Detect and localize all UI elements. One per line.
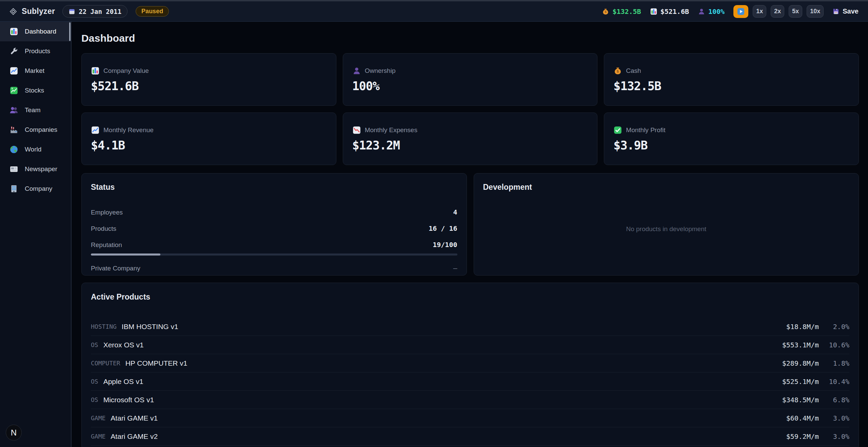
stat-cards-grid: Company Value $521.6B Ownership 100% $ C… (81, 53, 859, 165)
product-row-atari-game-v1[interactable]: GAME Atari GAME v1 $60.4M/m 3.0% (91, 409, 849, 427)
product-category: HOSTING (91, 323, 117, 330)
active-products-panel: Active Products HOSTING IBM HOSTING v1 $… (81, 283, 859, 447)
stat-card-company-value: Company Value $521.6B (81, 53, 336, 106)
time-controls: 1x 2x 5x 10x (733, 5, 824, 18)
stat-card-value: $521.6B (91, 79, 327, 93)
sidebar-scrollbar-thumb[interactable] (69, 22, 71, 41)
speed-5x-button[interactable]: 5x (789, 5, 802, 18)
sidebar: Dashboard Products Market ¥ Stocks Team … (0, 22, 72, 447)
product-category: OS (91, 396, 98, 403)
status-row-value: – (453, 264, 457, 272)
development-panel: Development No products in development (474, 173, 859, 276)
calendar-icon (68, 8, 75, 15)
sidebar-item-products[interactable]: Products (0, 41, 71, 61)
product-category: GAME (91, 414, 105, 422)
reputation-progress-bar (91, 253, 457, 256)
product-name: Atari GAME v1 (111, 414, 158, 422)
development-empty-message: No products in development (483, 192, 850, 266)
sidebar-item-label: World (25, 146, 41, 153)
game-date: 22 Jan 2011 (79, 8, 121, 15)
stat-card-label: Ownership (365, 67, 396, 75)
sidebar-item-icon (9, 184, 18, 193)
game-date-pill: 22 Jan 2011 (62, 5, 127, 18)
stat-card-value: 100% (352, 79, 588, 93)
reputation-progress-fill (91, 253, 160, 256)
product-row-atari-game-v2[interactable]: GAME Atari GAME v2 $59.2M/m 3.0% (91, 427, 849, 446)
product-market-share: 10.4% (819, 378, 849, 386)
sidebar-item-icon (9, 165, 18, 174)
product-revenue: $525.1M/m (761, 378, 819, 386)
sidebar-item-world[interactable]: World (0, 140, 71, 159)
sidebar-item-icon (9, 125, 18, 134)
product-revenue: $59.2M/m (761, 432, 819, 441)
product-market-share: 10.6% (819, 341, 849, 349)
speed-10x-button[interactable]: 10x (807, 5, 824, 18)
sidebar-item-companies[interactable]: Companies (0, 120, 71, 140)
stat-card-icon: $ (613, 66, 622, 75)
topbar-stats: $ $132.5B $521.6B 100% (602, 7, 725, 16)
floppy-disk-icon (832, 8, 840, 15)
product-revenue: $553.1M/m (761, 341, 819, 349)
sidebar-item-label: Stocks (25, 87, 44, 94)
product-row-xerox-os-v1[interactable]: OS Xerox OS v1 $553.1M/m 10.6% (91, 336, 849, 354)
svg-text:$: $ (617, 69, 619, 73)
sidebar-item-stocks[interactable]: ¥ Stocks (0, 81, 71, 100)
product-market-share: 3.0% (819, 414, 849, 422)
status-row-products: Products 16 / 16 (91, 224, 457, 232)
product-name: IBM HOSTING v1 (122, 323, 178, 331)
product-name: Microsoft OS v1 (103, 396, 154, 404)
product-category: OS (91, 378, 98, 385)
topbar-ownership: 100% (698, 7, 725, 16)
product-market-share: 2.0% (819, 323, 849, 331)
avatar[interactable]: N (6, 425, 22, 441)
save-button[interactable]: Save (832, 7, 859, 15)
speed-2x-button[interactable]: 2x (771, 5, 784, 18)
status-row-label: Employees (91, 209, 123, 216)
status-row-label: Reputation (91, 241, 122, 249)
product-name: Xerox OS v1 (103, 341, 144, 349)
stat-card-label: Monthly Profit (626, 126, 665, 134)
money-bag-icon: $ (602, 8, 609, 15)
page-title: Dashboard (81, 33, 859, 44)
play-button[interactable] (733, 5, 748, 18)
app-logo-gem-icon (9, 8, 17, 15)
app-title: Sublyzer (22, 7, 55, 16)
sidebar-item-market[interactable]: Market (0, 61, 71, 81)
status-row-private-company: Private Company – (91, 264, 457, 272)
status-panel: Status Employees 4 Products 16 / 16 Repu… (81, 173, 467, 276)
product-row-microsoft-os-v1[interactable]: OS Microsoft OS v1 $348.5M/m 6.8% (91, 391, 849, 409)
sidebar-item-label: Team (25, 106, 40, 114)
svg-text:$: $ (605, 10, 607, 14)
product-row-hp-computer-v1[interactable]: COMPUTER HP COMPUTER v1 $289.8M/m 1.8% (91, 354, 849, 372)
stat-card-monthly-profit: Monthly Profit $3.9B (604, 113, 859, 165)
sidebar-item-company[interactable]: Company (0, 179, 71, 199)
sidebar-item-dashboard[interactable]: Dashboard (0, 22, 71, 41)
stat-card-icon (91, 66, 100, 75)
sidebar-item-newspaper[interactable]: Newspaper (0, 159, 71, 179)
sidebar-item-label: Dashboard (25, 28, 56, 35)
topbar-cash: $ $132.5B (602, 7, 641, 16)
product-category: COMPUTER (91, 360, 120, 367)
product-name: HP COMPUTER v1 (125, 359, 188, 367)
sidebar-item-icon (9, 145, 18, 154)
stat-card-icon (352, 126, 361, 135)
product-row-ibm-hosting-v1[interactable]: HOSTING IBM HOSTING v1 $18.8M/m 2.0% (91, 318, 849, 336)
sidebar-item-icon: ¥ (9, 86, 18, 95)
stat-card-value: $123.2M (352, 139, 588, 152)
stat-card-icon (91, 126, 100, 135)
product-name: Apple OS v1 (103, 378, 143, 386)
product-row-apple-os-v1[interactable]: OS Apple OS v1 $525.1M/m 10.4% (91, 372, 849, 391)
product-category: GAME (91, 433, 105, 440)
product-revenue: $60.4M/m (761, 414, 819, 422)
sidebar-item-team[interactable]: Team (0, 100, 71, 120)
product-category: OS (91, 341, 98, 348)
avatar-initial: N (11, 428, 17, 438)
paused-status-badge: Paused (136, 6, 169, 17)
app-brand: Sublyzer (9, 7, 55, 16)
svg-text:¥: ¥ (11, 87, 13, 90)
product-name: Atari GAME v2 (111, 432, 158, 441)
person-icon (698, 8, 705, 15)
main-content: Dashboard Company Value $521.6B Ownershi… (72, 0, 868, 447)
stat-card-value: $132.5B (613, 79, 849, 93)
speed-1x-button[interactable]: 1x (753, 5, 766, 18)
